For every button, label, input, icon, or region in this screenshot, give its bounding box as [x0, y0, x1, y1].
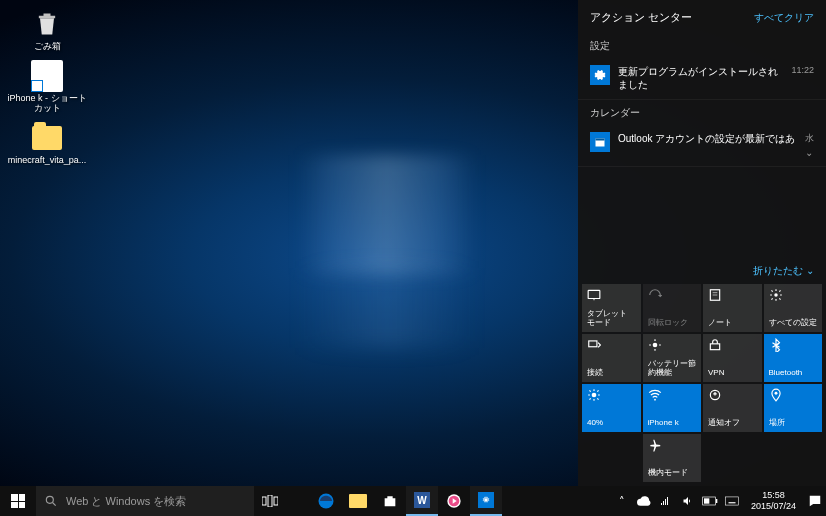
quick-action-quiet[interactable]: 通知オフ	[703, 384, 762, 432]
taskbar-app-store[interactable]	[374, 486, 406, 516]
svg-rect-2	[588, 290, 600, 298]
quick-action-airplane[interactable]: 機内モード	[643, 434, 702, 482]
airplane-icon	[648, 438, 662, 452]
svg-rect-1	[596, 139, 605, 141]
svg-rect-8	[589, 341, 597, 347]
brightness-icon	[587, 388, 601, 402]
gear-icon	[590, 65, 610, 85]
svg-rect-18	[268, 495, 272, 507]
desktop-icon-folder[interactable]: minecraft_vita_pa...	[2, 118, 92, 170]
store-icon	[382, 493, 398, 509]
settings-icon	[769, 288, 783, 302]
quick-action-connect[interactable]: 接続	[582, 334, 641, 382]
search-input[interactable]: Web と Windows を検索	[36, 486, 254, 516]
rotation-icon	[648, 288, 662, 302]
svg-rect-19	[274, 497, 278, 505]
quick-action-location[interactable]: 場所	[764, 384, 823, 432]
battery-saver-icon	[648, 338, 662, 352]
svg-rect-28	[728, 502, 735, 503]
action-center-panel: アクション センター すべてクリア 設定 更新プログラムがインストールされました…	[578, 0, 826, 486]
taskbar-app-explorer[interactable]	[342, 486, 374, 516]
calendar-icon	[590, 132, 610, 152]
quick-action-label: VPN	[708, 369, 757, 378]
system-tray: ˄ 15:58 2015/07/24	[611, 486, 826, 516]
quick-actions-grid: タブレット モード回転ロックノートすべての設定接続バッテリー節約機能VPNBlu…	[578, 284, 826, 486]
windows-logo-icon	[11, 494, 25, 508]
svg-point-15	[46, 496, 53, 503]
tray-network-icon[interactable]	[655, 486, 677, 516]
quick-action-vpn[interactable]: VPN	[703, 334, 762, 382]
location-icon	[769, 388, 783, 402]
quick-action-tablet[interactable]: タブレット モード	[582, 284, 641, 332]
desktop-icon-label: ごみ箱	[34, 42, 61, 52]
shortcut-icon	[31, 60, 63, 92]
taskbar-clock[interactable]: 15:58 2015/07/24	[743, 490, 804, 512]
svg-line-16	[53, 503, 56, 506]
bluetooth-icon	[769, 338, 783, 352]
tablet-icon	[587, 288, 601, 302]
desktop-icon-label: iPhone k - ショートカット	[7, 94, 87, 114]
edge-icon	[317, 492, 335, 510]
recycle-bin-icon	[31, 8, 63, 40]
quick-action-label: 機内モード	[648, 469, 697, 478]
quick-action-label: 場所	[769, 419, 818, 428]
notification-text: Outlook アカウントの設定が最新ではあ	[618, 132, 797, 145]
quick-action-settings[interactable]: すべての設定	[764, 284, 823, 332]
note-icon	[708, 288, 722, 302]
svg-rect-17	[262, 497, 266, 505]
section-title-calendar: カレンダー	[578, 100, 826, 124]
quick-action-label: 接続	[587, 369, 636, 378]
search-placeholder: Web と Windows を検索	[66, 494, 186, 509]
tray-keyboard-icon[interactable]	[721, 486, 743, 516]
taskbar-app-edge[interactable]	[310, 486, 342, 516]
notification-time: 11:22	[791, 65, 814, 75]
quick-action-label: 通知オフ	[708, 419, 757, 428]
taskbar-app-settings[interactable]	[470, 486, 502, 516]
wifi-icon	[648, 388, 662, 402]
gear-icon	[478, 492, 494, 508]
quick-action-label: iPhone k	[648, 419, 697, 428]
tray-onedrive-icon[interactable]	[633, 486, 655, 516]
svg-point-14	[774, 392, 777, 395]
quick-action-label: バッテリー節約機能	[648, 360, 697, 378]
clear-all-button[interactable]: すべてクリア	[754, 11, 814, 25]
svg-point-7	[774, 293, 778, 297]
collapse-button[interactable]: 折りたたむ ⌄	[578, 258, 826, 284]
svg-point-3	[593, 299, 594, 300]
svg-point-11	[592, 393, 597, 398]
svg-rect-25	[716, 499, 717, 503]
tray-volume-icon[interactable]	[677, 486, 699, 516]
notification-item[interactable]: 更新プログラムがインストールされました 11:22	[578, 57, 826, 100]
quick-action-battery-saver[interactable]: バッテリー節約機能	[643, 334, 702, 382]
start-button[interactable]	[0, 486, 36, 516]
taskbar-app-word[interactable]: W	[406, 486, 438, 516]
quick-action-note[interactable]: ノート	[703, 284, 762, 332]
desktop-icon-shortcut[interactable]: iPhone k - ショートカット	[2, 56, 92, 118]
quick-action-label: Bluetooth	[769, 369, 818, 378]
tray-action-center-icon[interactable]	[804, 486, 826, 516]
quiet-icon	[708, 388, 722, 402]
desktop-icon-recycle-bin[interactable]: ごみ箱	[2, 4, 92, 56]
taskbar-app-itunes[interactable]	[438, 486, 470, 516]
word-icon: W	[414, 492, 430, 508]
svg-rect-27	[726, 497, 739, 505]
quick-action-brightness[interactable]: 40%	[582, 384, 641, 432]
chevron-down-icon: ⌄	[806, 265, 814, 276]
clock-date: 2015/07/24	[751, 501, 796, 512]
taskbar: Web と Windows を検索 W ˄ 15:58 2015/07/24	[0, 486, 826, 516]
section-title-settings: 設定	[578, 33, 826, 57]
quick-action-wifi[interactable]: iPhone k	[643, 384, 702, 432]
task-view-icon	[262, 495, 278, 507]
tray-battery-icon[interactable]	[699, 486, 721, 516]
vpn-icon	[708, 338, 722, 352]
task-view-button[interactable]	[254, 486, 286, 516]
notification-item[interactable]: Outlook アカウントの設定が最新ではあ 水 ⌄	[578, 124, 826, 167]
svg-rect-26	[704, 498, 709, 503]
svg-point-12	[654, 399, 656, 401]
folder-icon	[349, 494, 367, 508]
svg-rect-10	[710, 344, 719, 350]
tray-chevron-up-icon[interactable]: ˄	[611, 486, 633, 516]
quick-action-bluetooth[interactable]: Bluetooth	[764, 334, 823, 382]
chevron-down-icon[interactable]: ⌄	[805, 147, 814, 158]
quick-action-label: ノート	[708, 319, 757, 328]
